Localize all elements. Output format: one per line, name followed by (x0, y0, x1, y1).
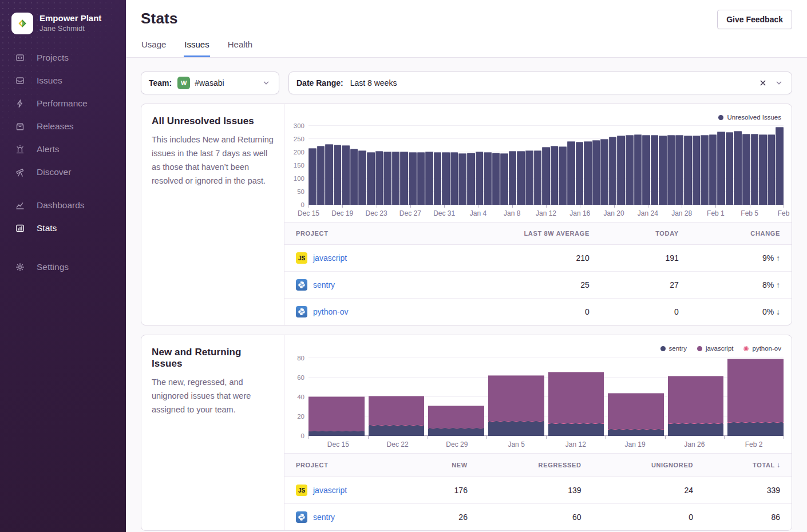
segment-javascript (548, 372, 604, 423)
bar (675, 135, 683, 205)
x-axis-label: Dec 27 (399, 209, 421, 217)
bar (734, 131, 742, 205)
column-header-regressed[interactable]: REGRESSED (479, 454, 593, 477)
x-axis-label: Jan 8 (504, 209, 520, 217)
alerts-icon (15, 144, 25, 154)
python-platform-icon (296, 511, 307, 523)
panel-title: New and Returning Issues (152, 347, 274, 370)
column-header-last-8w-average[interactable]: LAST 8W AVERAGE (430, 223, 601, 245)
table-cell: 210 (430, 245, 601, 272)
sidebar-item-projects[interactable]: Projects (0, 49, 126, 66)
bar (484, 152, 492, 205)
bar (450, 152, 458, 205)
page-body: Team: W #wasabi Date Range: Last 8 weeks (126, 58, 807, 532)
bar (317, 146, 325, 205)
table-cell: 27 (601, 272, 690, 299)
bar (442, 152, 450, 205)
chart-y-axis: 020406080 (289, 356, 308, 436)
date-range-filter[interactable]: Date Range: Last 8 weeks (288, 72, 792, 94)
bar (500, 153, 508, 205)
panel-summary: All Unresolved Issues This includes New … (141, 104, 284, 325)
project-link-sentry[interactable]: sentry (313, 513, 335, 522)
team-filter[interactable]: Team: W #wasabi (141, 72, 279, 94)
table-row-sentry: sentry2660086 (284, 504, 792, 531)
filter-bar: Team: W #wasabi Date Range: Last 8 weeks (141, 72, 792, 94)
chevron-down-icon[interactable] (261, 78, 271, 88)
new-returning-issues-chart: sentryjavascriptpython-ov 020406080 Dec … (284, 335, 792, 453)
sidebar-item-settings[interactable]: Settings (0, 259, 126, 276)
column-header-project[interactable]: PROJECT (284, 454, 412, 477)
column-header-new[interactable]: NEW (412, 454, 479, 477)
dashboards-icon (15, 200, 25, 211)
panel-new-returning-issues: New and Returning Issues The new, regres… (141, 335, 792, 531)
sidebar-item-releases[interactable]: Releases (0, 118, 126, 135)
app-root: Empower Plant Jane Schmidt ProjectsIssue… (0, 0, 807, 532)
chart-y-axis: 050100150200250300 (289, 125, 308, 205)
date-range-value: Last 8 weeks (350, 78, 397, 88)
sidebar-item-label: Discover (37, 167, 71, 177)
sidebar-item-alerts[interactable]: Alerts (0, 141, 126, 158)
org-info: Empower Plant Jane Schmidt (39, 13, 101, 34)
bar (567, 141, 575, 205)
legend-item-javascript[interactable]: javascript (697, 345, 734, 352)
bar (626, 135, 634, 205)
x-axis-label: Feb 5 (741, 209, 758, 217)
table-cell: 139 (479, 477, 593, 504)
tab-usage[interactable]: Usage (141, 37, 167, 57)
tab-health[interactable]: Health (227, 37, 253, 57)
clear-icon[interactable] (758, 78, 768, 88)
project-link-python-ov[interactable]: python-ov (313, 307, 348, 316)
chart-legend: sentryjavascriptpython-ov (289, 342, 784, 355)
column-header-change[interactable]: CHANGE (690, 223, 792, 245)
page-title: Stats (141, 10, 178, 27)
table-cell: 0 (430, 299, 601, 325)
stacked-bar-jan-12 (548, 372, 604, 436)
bar (642, 135, 650, 205)
stacked-bar-jan-26 (668, 376, 724, 436)
bar (659, 136, 667, 205)
project-link-sentry[interactable]: sentry (313, 280, 335, 289)
bar (559, 146, 567, 205)
chart-plot-area (308, 125, 784, 205)
project-link-javascript[interactable]: javascript (313, 253, 347, 263)
bar (617, 136, 625, 205)
tab-issues[interactable]: Issues (184, 37, 209, 57)
sidebar-item-issues[interactable]: Issues (0, 72, 126, 89)
sidebar-item-discover[interactable]: Discover (0, 164, 126, 181)
segment-javascript (488, 375, 544, 421)
sidebar: Empower Plant Jane Schmidt ProjectsIssue… (0, 0, 126, 532)
bar (693, 136, 701, 205)
table-cell: 25 (430, 272, 601, 299)
segment-sentry (668, 423, 724, 436)
column-header-today[interactable]: TODAY (601, 223, 690, 245)
sidebar-item-label: Settings (37, 262, 69, 272)
legend-item-unresolved-issues[interactable]: Unresolved Issues (718, 114, 781, 121)
project-link-javascript[interactable]: javascript (313, 486, 347, 495)
stats-icon (15, 223, 25, 233)
sidebar-nav: ProjectsIssuesPerformanceReleasesAlertsD… (0, 49, 126, 276)
bar (492, 153, 500, 205)
bar (742, 134, 750, 205)
column-header-project[interactable]: PROJECT (284, 223, 430, 245)
chevron-down-icon[interactable] (774, 78, 784, 88)
sidebar-item-stats[interactable]: Stats (0, 220, 126, 237)
sidebar-item-dashboards[interactable]: Dashboards (0, 197, 126, 214)
give-feedback-button[interactable]: Give Feedback (717, 10, 792, 29)
javascript-platform-icon: JS (296, 485, 307, 496)
bar (375, 151, 383, 205)
column-header-total[interactable]: TOTAL↓ (705, 454, 792, 477)
org-switcher[interactable]: Empower Plant Jane Schmidt (0, 0, 126, 34)
column-header-unignored[interactable]: UNIGNORED (593, 454, 705, 477)
table-cell: 0 (601, 299, 690, 325)
sidebar-item-label: Performance (37, 98, 88, 109)
bar (759, 134, 767, 205)
change-cell: 8% ↑ (690, 272, 792, 299)
sidebar-item-performance[interactable]: Performance (0, 95, 126, 112)
bar (651, 135, 659, 205)
arrow-up-icon: ↑ (776, 280, 780, 289)
legend-item-sentry[interactable]: sentry (660, 345, 687, 352)
bar (392, 152, 400, 205)
legend-item-python-ov[interactable]: python-ov (743, 345, 781, 352)
sidebar-item-label: Dashboards (37, 200, 85, 211)
x-axis-label: Dec 15 (327, 440, 349, 448)
